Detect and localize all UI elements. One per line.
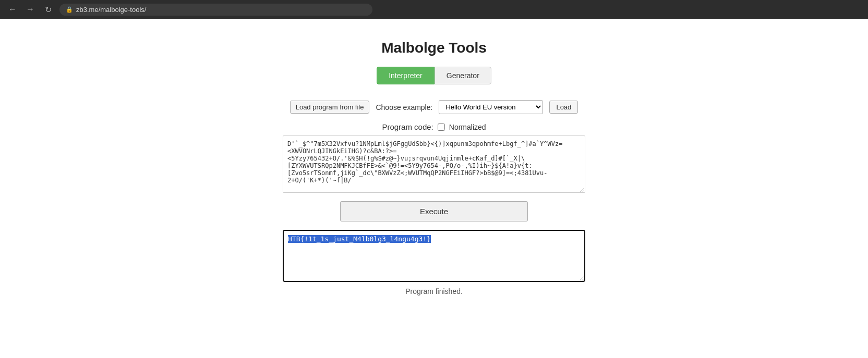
lock-icon: 🔒 bbox=[66, 6, 73, 13]
normalized-checkbox[interactable] bbox=[438, 124, 445, 131]
tab-interpreter[interactable]: Interpreter bbox=[377, 67, 435, 84]
example-select[interactable]: Hello World EU version Hello World Cat p… bbox=[439, 100, 543, 114]
load-file-button[interactable]: Load program from file bbox=[290, 101, 370, 114]
normalized-label[interactable]: Normalized bbox=[449, 123, 486, 131]
controls-row: Load program from file Choose example: H… bbox=[10, 100, 858, 114]
choose-example-label: Choose example: bbox=[376, 103, 432, 112]
back-button[interactable]: ← bbox=[6, 3, 19, 16]
page-title: Malbolge Tools bbox=[10, 40, 858, 56]
tab-bar: Interpreter Generator bbox=[10, 67, 858, 84]
tab-generator[interactable]: Generator bbox=[435, 67, 491, 84]
address-bar: 🔒 zb3.me/malbolge-tools/ bbox=[59, 4, 372, 16]
reload-button[interactable]: ↻ bbox=[42, 3, 54, 16]
program-code-label: Program code: bbox=[382, 122, 433, 131]
execute-button[interactable]: Execute bbox=[340, 201, 528, 221]
output-textarea[interactable] bbox=[283, 230, 585, 282]
page-content: Malbolge Tools Interpreter Generator Loa… bbox=[0, 19, 868, 358]
program-finished-status: Program finished. bbox=[283, 287, 585, 295]
url-text: zb3.me/malbolge-tools/ bbox=[76, 6, 146, 14]
forward-button[interactable]: → bbox=[24, 3, 37, 16]
load-button[interactable]: Load bbox=[549, 101, 578, 114]
code-textarea[interactable] bbox=[283, 135, 585, 193]
program-code-label-row: Program code: Normalized bbox=[10, 122, 858, 131]
browser-chrome: ← → ↻ 🔒 zb3.me/malbolge-tools/ bbox=[0, 0, 868, 19]
